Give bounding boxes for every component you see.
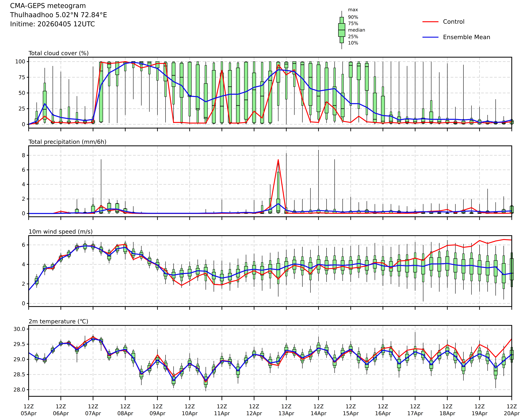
box-25-75 [236,68,240,123]
box-10-25 [503,283,505,289]
box-75-90 [229,63,231,70]
box-10-25 [334,115,335,121]
box-25-75 [437,119,441,123]
box-75-90 [374,77,376,93]
box-10-25 [132,361,134,363]
axis-text: 12Z [24,403,34,410]
box-75-90 [213,365,215,367]
box-75-90 [302,353,303,355]
box-10-25 [229,364,231,365]
axis-text: 12Z [378,403,388,410]
box-10-25 [221,362,223,364]
box-10-25 [374,360,376,362]
box-75-90 [100,246,102,248]
box-10-25 [422,358,424,360]
box-10-25 [318,269,319,273]
box-75-90 [318,61,319,65]
box-75-90 [277,259,279,263]
box-75-90 [269,260,271,264]
legend-box-10-25 [340,37,344,43]
legend-box-75-90 [340,17,344,24]
axis-text: 19Apr [472,410,488,416]
box-25-75 [285,62,288,68]
box-75-90 [221,270,223,274]
box-10-25 [310,357,311,359]
box-10-25 [108,259,110,260]
panel-wind-speed: 10m wind speed (m/s)0246 [0,228,524,316]
box-10-25 [285,271,287,276]
box-10-25 [181,374,183,376]
box-25-75 [196,65,200,110]
axis-text: median [348,27,365,33]
box-10-25 [84,248,86,250]
box-10-25 [132,256,134,258]
box-25-75 [429,112,433,123]
box-10-25 [285,68,287,99]
box-75-90 [132,249,134,251]
box-10-25 [173,87,175,104]
box-75-90 [302,257,303,260]
box-10-25 [269,273,271,278]
box-75-90 [213,269,215,272]
box-75-90 [342,257,344,260]
box-10-25 [157,68,158,80]
box-75-90 [358,61,360,63]
box-10-25 [350,352,352,353]
box-10-25 [366,91,368,115]
box-75-90 [310,61,311,63]
box-10-25 [189,97,191,116]
box-10-25 [36,283,38,285]
axis-text: 12Z [313,403,324,410]
box-75-90 [334,68,335,87]
box-10-25 [446,354,448,356]
box-10-25 [92,248,94,249]
box-75-90 [245,262,247,266]
box-10-25 [326,113,327,119]
axis-text: 12Z [281,403,291,410]
box-10-25 [326,270,327,274]
box-10-25 [124,352,126,353]
box-75-90 [44,83,45,91]
box-10-25 [76,352,78,353]
box-75-90 [253,61,255,73]
box-75-90 [430,101,432,112]
box-10-25 [108,211,110,213]
axis-text: 12Z [120,403,131,410]
box-75-90 [366,61,368,63]
box-10-25 [438,271,440,277]
box-25-75 [212,70,216,123]
box-10-25 [318,112,319,119]
axis-text: Control [443,18,465,25]
box-75-90 [350,257,352,260]
axis-text: 12Z [152,403,163,410]
box-10-25 [310,274,311,280]
box-10-25 [382,353,384,355]
box-10-25 [294,74,295,87]
box-10-25 [116,75,118,86]
axis-text: 100 [15,59,25,65]
box-25-75 [188,62,192,97]
box-10-25 [213,372,215,374]
box-75-90 [294,347,295,349]
initime-line: Initime: 20260405 12UTC [10,19,107,29]
box-10-25 [358,268,360,272]
box-75-90 [36,354,38,356]
axis-text: 0 [22,210,25,217]
box-10-25 [189,276,191,279]
box-75-90 [326,62,327,68]
axis-text: 6 [22,167,25,173]
box-75-90 [503,354,505,357]
box-75-90 [398,255,400,260]
box-75-90 [446,251,448,257]
box-75-90 [205,264,207,268]
axis-text: 12Z [507,403,517,410]
axis-text: Ensemble Mean [443,34,490,41]
axis-text: 50 [18,90,25,96]
axis-text: 16Apr [375,410,391,416]
box-75-90 [285,258,287,261]
box-75-90 [205,374,207,377]
box-10-25 [253,274,255,279]
box-10-25 [430,369,432,371]
meteogram-header: CMA-GEPS meteogram Thulhaadhoo 5.02°N 72… [10,1,107,29]
axis-text: 12Apr [246,410,262,416]
